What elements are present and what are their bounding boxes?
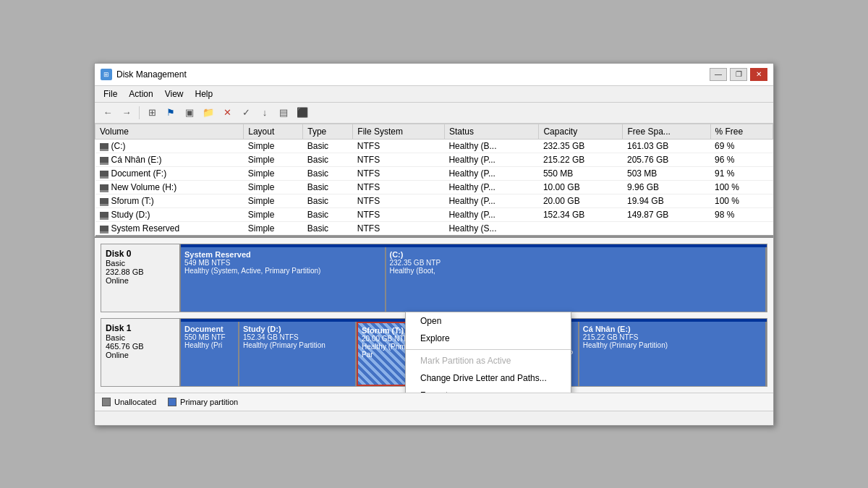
cell-fs: NTFS xyxy=(353,180,445,194)
table-row[interactable]: (C:) Simple Basic NTFS Healthy (B... 232… xyxy=(95,139,773,153)
cell-volume: (C:) xyxy=(95,139,244,153)
cell-volume: Sforum (T:) xyxy=(95,194,244,207)
table-row[interactable]: Document (F:) Simple Basic NTFS Healthy … xyxy=(95,166,773,180)
toolbar-btn-square[interactable]: ⬛ xyxy=(294,105,311,121)
ctx-sep-1 xyxy=(406,349,571,350)
ctx-explore[interactable]: Explore xyxy=(406,330,571,347)
cell-free: 503 MB xyxy=(623,166,710,180)
cell-type: Basic xyxy=(303,221,353,236)
col-pctfree: % Free xyxy=(710,124,773,139)
toolbar: ← → ⊞ ⚑ ▣ 📁 ✕ ✓ ↓ ▤ ⬛ xyxy=(95,103,773,124)
disk1-doc-size: 550 MB NTF xyxy=(184,333,234,341)
toolbar-btn-5[interactable]: ▣ xyxy=(181,105,198,121)
toolbar-btn-3[interactable]: ⊞ xyxy=(143,105,161,121)
cell-capacity xyxy=(539,221,623,236)
disk0-sysreserved-info: Healthy (System, Active, Primary Partiti… xyxy=(184,267,381,275)
disk-panels: Disk 0 Basic 232.88 GB Online System Res… xyxy=(95,238,773,393)
back-button[interactable]: ← xyxy=(99,105,116,121)
legend-unalloc-box xyxy=(102,398,111,406)
disk0-sysreserved-name: System Reserved xyxy=(184,250,381,259)
cell-pctfree: 100 % xyxy=(710,180,773,194)
legend-primary: Primary partition xyxy=(168,398,238,406)
cell-type: Basic xyxy=(303,139,353,153)
disk0-partition-sysreserved[interactable]: System Reserved 549 MB NTFS Healthy (Sys… xyxy=(181,247,386,312)
cell-status: Healthy (S... xyxy=(444,221,539,236)
cell-type: Basic xyxy=(303,180,353,194)
cell-free xyxy=(623,221,710,236)
disk1-partition-document[interactable]: Document 550 MB NTF Healthy (Pri xyxy=(181,322,239,386)
cell-capacity: 10.00 GB xyxy=(539,180,623,194)
disk0-type: Basic xyxy=(106,259,175,267)
disk1-status: Online xyxy=(106,351,175,359)
disk0-c-info: Healthy (Boot, xyxy=(390,267,762,275)
disk0-c-name: (C:) xyxy=(390,250,762,259)
toolbar-btn-down[interactable]: ↓ xyxy=(256,105,273,121)
close-button[interactable]: ✕ xyxy=(750,68,767,81)
menu-help[interactable]: Help xyxy=(190,87,219,100)
toolbar-btn-4[interactable]: ⚑ xyxy=(162,105,179,121)
ctx-mark-active: Mark Partition as Active xyxy=(406,352,571,369)
cell-capacity: 232.35 GB xyxy=(539,139,623,153)
cell-free: 149.87 GB xyxy=(623,207,710,221)
app-icon: ⊞ xyxy=(101,69,112,80)
cell-pctfree: 69 % xyxy=(710,139,773,153)
cell-volume: Cá Nhân (E:) xyxy=(95,153,244,166)
cell-type: Basic xyxy=(303,166,353,180)
disk0-partition-c[interactable]: (C:) 232.35 GB NTP Healthy (Boot, xyxy=(386,247,767,312)
toolbar-btn-check[interactable]: ✓ xyxy=(237,105,255,121)
ctx-change-letter[interactable]: Change Drive Letter and Paths... xyxy=(406,369,571,387)
minimize-button[interactable]: — xyxy=(710,68,727,81)
disk1-type: Basic xyxy=(106,333,175,342)
disk1-canhan-size: 215.22 GB NTFS xyxy=(583,333,762,341)
legend-primary-box xyxy=(168,398,176,406)
cell-capacity: 20.00 GB xyxy=(539,194,623,207)
table-row[interactable]: Cá Nhân (E:) Simple Basic NTFS Healthy (… xyxy=(95,153,773,166)
cell-layout: Simple xyxy=(244,139,303,153)
table-row[interactable]: Study (D:) Simple Basic NTFS Healthy (P.… xyxy=(95,207,773,221)
cell-status: Healthy (P... xyxy=(444,180,539,194)
cell-capacity: 550 MB xyxy=(539,166,623,180)
cell-status: Healthy (P... xyxy=(444,207,539,221)
window-controls: — ❐ ✕ xyxy=(710,68,767,81)
col-layout: Layout xyxy=(244,124,303,139)
table-row[interactable]: New Volume (H:) Simple Basic NTFS Health… xyxy=(95,180,773,194)
toolbar-sep-1 xyxy=(139,106,140,119)
cell-status: Healthy (P... xyxy=(444,153,539,166)
toolbar-btn-6[interactable]: 📁 xyxy=(200,105,217,121)
disk1-name: Disk 1 xyxy=(106,323,175,333)
cell-capacity: 215.22 GB xyxy=(539,153,623,166)
legend-unalloc-label: Unallocated xyxy=(114,398,156,406)
ctx-open[interactable]: Open xyxy=(406,312,571,330)
disk1-doc-info: Healthy (Pri xyxy=(184,341,234,349)
restore-button[interactable]: ❐ xyxy=(730,68,747,81)
ctx-format[interactable]: Format... xyxy=(406,387,571,393)
menu-file[interactable]: File xyxy=(98,87,123,100)
table-row[interactable]: Sforum (T:) Simple Basic NTFS Healthy (P… xyxy=(95,194,773,207)
col-type: Type xyxy=(303,124,353,139)
cell-type: Basic xyxy=(303,153,353,166)
cell-fs: NTFS xyxy=(353,139,445,153)
title-bar: ⊞ Disk Management — ❐ ✕ xyxy=(95,64,773,86)
cell-free: 161.03 GB xyxy=(623,139,710,153)
disk1-partition-study[interactable]: Study (D:) 152.34 GB NTFS Healthy (Prima… xyxy=(239,322,357,386)
toolbar-btn-list[interactable]: ▤ xyxy=(275,105,292,121)
cell-pctfree: 98 % xyxy=(710,207,773,221)
menu-view[interactable]: View xyxy=(159,87,190,100)
cell-volume: New Volume (H:) xyxy=(95,180,244,194)
toolbar-btn-delete[interactable]: ✕ xyxy=(218,105,236,121)
cell-pctfree: 100 % xyxy=(710,194,773,207)
cell-layout: Simple xyxy=(244,153,303,166)
col-filesystem: File System xyxy=(353,124,445,139)
disk0-sysreserved-size: 549 MB NTFS xyxy=(184,259,381,267)
disk1-partition-canhân[interactable]: Cá Nhân (E:) 215.22 GB NTFS Healthy (Pri… xyxy=(579,322,767,386)
col-status: Status xyxy=(444,124,539,139)
disk1-study-size: 152.34 GB NTFS xyxy=(243,333,352,341)
cell-free: 19.94 GB xyxy=(623,194,710,207)
legend: Unallocated Primary partition xyxy=(95,393,773,411)
menu-action[interactable]: Action xyxy=(123,87,158,100)
legend-unallocated: Unallocated xyxy=(102,398,156,406)
table-row[interactable]: System Reserved Simple Basic NTFS Health… xyxy=(95,221,773,236)
window-title: Disk Management xyxy=(116,69,187,80)
cell-volume: System Reserved xyxy=(95,221,244,236)
forward-button[interactable]: → xyxy=(118,105,135,121)
